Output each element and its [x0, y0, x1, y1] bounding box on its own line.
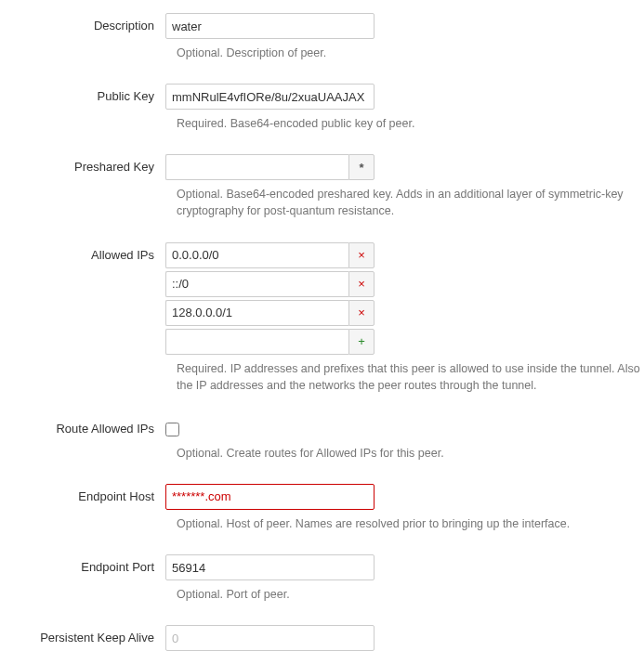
add-ip-button[interactable]: +: [348, 329, 375, 355]
field-description: Optional. Description of peer.: [165, 13, 644, 74]
allowed-ip-input[interactable]: [165, 300, 348, 326]
help-description: Optional. Description of peer.: [165, 45, 644, 61]
help-allowed-ips: Required. IP addresses and prefixes that…: [165, 360, 644, 394]
field-endpoint-port: Optional. Port of peer.: [165, 554, 644, 616]
row-public-key: Public Key Required. Base64-encoded publ…: [0, 80, 644, 145]
row-allowed-ips: Allowed IPs × × × + Required. IP address…: [0, 239, 644, 407]
allowed-ip-input[interactable]: [165, 271, 348, 297]
help-endpoint-port: Optional. Port of peer.: [165, 586, 644, 603]
label-endpoint-port: Endpoint Port: [0, 554, 165, 574]
remove-ip-button[interactable]: ×: [348, 242, 375, 268]
field-endpoint-host: Optional. Host of peer. Names are resolv…: [165, 484, 644, 545]
row-endpoint-host: Endpoint Host Optional. Host of peer. Na…: [0, 480, 644, 545]
row-endpoint-port: Endpoint Port Optional. Port of peer.: [0, 551, 644, 616]
label-description: Description: [0, 13, 165, 33]
endpoint-port-input[interactable]: [165, 554, 375, 580]
label-route-allowed-ips: Route Allowed IPs: [0, 416, 165, 436]
row-description: Description Optional. Description of pee…: [0, 9, 644, 74]
label-persistent-keep-alive: Persistent Keep Alive: [0, 625, 165, 644]
reveal-preshared-key-button[interactable]: *: [348, 154, 375, 180]
remove-ip-button[interactable]: ×: [348, 300, 375, 326]
allowed-ip-row: ×: [165, 300, 375, 326]
route-allowed-ips-checkbox[interactable]: [165, 423, 179, 436]
row-persistent-keep-alive: Persistent Keep Alive Optional. Seconds …: [0, 621, 644, 651]
preshared-key-group: *: [165, 154, 375, 180]
field-preshared-key: * Optional. Base64-encoded preshared key…: [165, 154, 644, 232]
help-preshared-key: Optional. Base64-encoded preshared key. …: [165, 186, 644, 219]
label-endpoint-host: Endpoint Host: [0, 484, 165, 503]
remove-ip-button[interactable]: ×: [348, 271, 375, 297]
help-public-key: Required. Base64-encoded public key of p…: [165, 115, 644, 132]
allowed-ip-row: ×: [165, 271, 375, 297]
label-preshared-key: Preshared Key: [0, 154, 165, 174]
help-endpoint-host: Optional. Host of peer. Names are resolv…: [165, 515, 644, 532]
field-route-allowed-ips: Optional. Create routes for Allowed IPs …: [165, 416, 644, 475]
persistent-keep-alive-input[interactable]: [165, 625, 375, 651]
public-key-input[interactable]: [165, 84, 375, 110]
row-route-allowed-ips: Route Allowed IPs Optional. Create route…: [0, 412, 644, 475]
description-input[interactable]: [165, 13, 375, 39]
row-preshared-key: Preshared Key * Optional. Base64-encoded…: [0, 150, 644, 232]
help-route-allowed-ips: Optional. Create routes for Allowed IPs …: [165, 445, 644, 462]
field-persistent-keep-alive: Optional. Seconds between keep alive mes…: [165, 625, 644, 651]
allowed-ip-row: ×: [165, 242, 375, 268]
allowed-ip-input[interactable]: [165, 242, 348, 268]
label-public-key: Public Key: [0, 84, 165, 103]
preshared-key-input[interactable]: [165, 154, 348, 180]
endpoint-host-input[interactable]: [165, 484, 375, 510]
field-public-key: Required. Base64-encoded public key of p…: [165, 84, 644, 145]
field-allowed-ips: × × × + Required. IP addresses and prefi…: [165, 242, 644, 407]
label-allowed-ips: Allowed IPs: [0, 242, 165, 262]
allowed-ip-row-new: +: [165, 329, 375, 355]
allowed-ip-input-new[interactable]: [165, 329, 348, 355]
